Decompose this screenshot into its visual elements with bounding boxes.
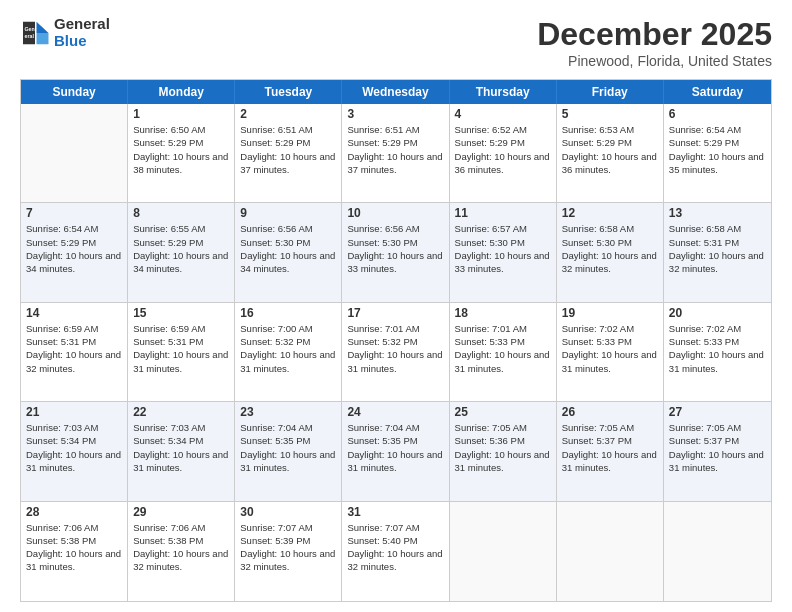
calendar-row: 14Sunrise: 6:59 AMSunset: 5:31 PMDayligh…	[21, 303, 771, 402]
calendar-cell: 15Sunrise: 6:59 AMSunset: 5:31 PMDayligh…	[128, 303, 235, 401]
calendar-cell: 2Sunrise: 6:51 AMSunset: 5:29 PMDaylight…	[235, 104, 342, 202]
day-number: 17	[347, 306, 443, 320]
calendar-cell: 7Sunrise: 6:54 AMSunset: 5:29 PMDaylight…	[21, 203, 128, 301]
day-number: 16	[240, 306, 336, 320]
calendar-cell: 9Sunrise: 6:56 AMSunset: 5:30 PMDaylight…	[235, 203, 342, 301]
day-info: Sunrise: 7:01 AMSunset: 5:32 PMDaylight:…	[347, 322, 443, 375]
day-number: 13	[669, 206, 766, 220]
title-area: December 2025 Pinewood, Florida, United …	[537, 16, 772, 69]
day-number: 4	[455, 107, 551, 121]
calendar-cell: 22Sunrise: 7:03 AMSunset: 5:34 PMDayligh…	[128, 402, 235, 500]
calendar-cell: 16Sunrise: 7:00 AMSunset: 5:32 PMDayligh…	[235, 303, 342, 401]
day-number: 10	[347, 206, 443, 220]
svg-marker-0	[37, 21, 49, 32]
day-number: 24	[347, 405, 443, 419]
day-info: Sunrise: 6:59 AMSunset: 5:31 PMDaylight:…	[133, 322, 229, 375]
calendar-cell: 12Sunrise: 6:58 AMSunset: 5:30 PMDayligh…	[557, 203, 664, 301]
day-number: 21	[26, 405, 122, 419]
logo: Gen eral General Blue	[20, 16, 110, 49]
calendar-cell: 5Sunrise: 6:53 AMSunset: 5:29 PMDaylight…	[557, 104, 664, 202]
day-number: 18	[455, 306, 551, 320]
day-number: 22	[133, 405, 229, 419]
day-info: Sunrise: 7:06 AMSunset: 5:38 PMDaylight:…	[133, 521, 229, 574]
day-info: Sunrise: 7:04 AMSunset: 5:35 PMDaylight:…	[240, 421, 336, 474]
header-day: Wednesday	[342, 80, 449, 104]
calendar-cell: 26Sunrise: 7:05 AMSunset: 5:37 PMDayligh…	[557, 402, 664, 500]
day-number: 6	[669, 107, 766, 121]
calendar-cell: 20Sunrise: 7:02 AMSunset: 5:33 PMDayligh…	[664, 303, 771, 401]
day-info: Sunrise: 6:55 AMSunset: 5:29 PMDaylight:…	[133, 222, 229, 275]
page: Gen eral General Blue December 2025 Pine…	[0, 0, 792, 612]
header-day: Friday	[557, 80, 664, 104]
logo-line2: Blue	[54, 33, 110, 50]
day-info: Sunrise: 7:07 AMSunset: 5:39 PMDaylight:…	[240, 521, 336, 574]
calendar-row: 28Sunrise: 7:06 AMSunset: 5:38 PMDayligh…	[21, 502, 771, 601]
calendar-cell: 3Sunrise: 6:51 AMSunset: 5:29 PMDaylight…	[342, 104, 449, 202]
day-info: Sunrise: 7:02 AMSunset: 5:33 PMDaylight:…	[669, 322, 766, 375]
day-number: 7	[26, 206, 122, 220]
calendar: SundayMondayTuesdayWednesdayThursdayFrid…	[20, 79, 772, 602]
day-info: Sunrise: 6:58 AMSunset: 5:31 PMDaylight:…	[669, 222, 766, 275]
calendar-cell: 13Sunrise: 6:58 AMSunset: 5:31 PMDayligh…	[664, 203, 771, 301]
calendar-cell: 30Sunrise: 7:07 AMSunset: 5:39 PMDayligh…	[235, 502, 342, 601]
day-info: Sunrise: 7:05 AMSunset: 5:37 PMDaylight:…	[669, 421, 766, 474]
day-number: 11	[455, 206, 551, 220]
calendar-cell: 21Sunrise: 7:03 AMSunset: 5:34 PMDayligh…	[21, 402, 128, 500]
day-info: Sunrise: 6:52 AMSunset: 5:29 PMDaylight:…	[455, 123, 551, 176]
day-number: 26	[562, 405, 658, 419]
day-info: Sunrise: 6:56 AMSunset: 5:30 PMDaylight:…	[347, 222, 443, 275]
calendar-cell: 4Sunrise: 6:52 AMSunset: 5:29 PMDaylight…	[450, 104, 557, 202]
header-day: Tuesday	[235, 80, 342, 104]
calendar-cell: 8Sunrise: 6:55 AMSunset: 5:29 PMDaylight…	[128, 203, 235, 301]
calendar-row: 21Sunrise: 7:03 AMSunset: 5:34 PMDayligh…	[21, 402, 771, 501]
day-info: Sunrise: 6:54 AMSunset: 5:29 PMDaylight:…	[26, 222, 122, 275]
calendar-cell: 11Sunrise: 6:57 AMSunset: 5:30 PMDayligh…	[450, 203, 557, 301]
day-number: 9	[240, 206, 336, 220]
calendar-cell: 25Sunrise: 7:05 AMSunset: 5:36 PMDayligh…	[450, 402, 557, 500]
day-info: Sunrise: 6:51 AMSunset: 5:29 PMDaylight:…	[347, 123, 443, 176]
calendar-cell: 1Sunrise: 6:50 AMSunset: 5:29 PMDaylight…	[128, 104, 235, 202]
day-number: 5	[562, 107, 658, 121]
day-number: 19	[562, 306, 658, 320]
calendar-cell: 29Sunrise: 7:06 AMSunset: 5:38 PMDayligh…	[128, 502, 235, 601]
day-info: Sunrise: 7:00 AMSunset: 5:32 PMDaylight:…	[240, 322, 336, 375]
calendar-cell	[450, 502, 557, 601]
calendar-row: 7Sunrise: 6:54 AMSunset: 5:29 PMDaylight…	[21, 203, 771, 302]
header-day: Monday	[128, 80, 235, 104]
day-info: Sunrise: 6:50 AMSunset: 5:29 PMDaylight:…	[133, 123, 229, 176]
svg-marker-1	[37, 33, 49, 44]
day-info: Sunrise: 7:02 AMSunset: 5:33 PMDaylight:…	[562, 322, 658, 375]
calendar-cell: 19Sunrise: 7:02 AMSunset: 5:33 PMDayligh…	[557, 303, 664, 401]
calendar-row: 1Sunrise: 6:50 AMSunset: 5:29 PMDaylight…	[21, 104, 771, 203]
calendar-cell: 18Sunrise: 7:01 AMSunset: 5:33 PMDayligh…	[450, 303, 557, 401]
calendar-cell: 28Sunrise: 7:06 AMSunset: 5:38 PMDayligh…	[21, 502, 128, 601]
day-info: Sunrise: 7:05 AMSunset: 5:36 PMDaylight:…	[455, 421, 551, 474]
header-day: Thursday	[450, 80, 557, 104]
day-info: Sunrise: 7:03 AMSunset: 5:34 PMDaylight:…	[133, 421, 229, 474]
day-number: 8	[133, 206, 229, 220]
svg-text:eral: eral	[25, 32, 35, 38]
main-title: December 2025	[537, 16, 772, 53]
logo-icon: Gen eral	[20, 18, 50, 48]
day-number: 25	[455, 405, 551, 419]
calendar-cell: 10Sunrise: 6:56 AMSunset: 5:30 PMDayligh…	[342, 203, 449, 301]
day-info: Sunrise: 7:03 AMSunset: 5:34 PMDaylight:…	[26, 421, 122, 474]
day-info: Sunrise: 6:59 AMSunset: 5:31 PMDaylight:…	[26, 322, 122, 375]
day-number: 14	[26, 306, 122, 320]
header-day: Saturday	[664, 80, 771, 104]
day-info: Sunrise: 6:56 AMSunset: 5:30 PMDaylight:…	[240, 222, 336, 275]
day-info: Sunrise: 7:04 AMSunset: 5:35 PMDaylight:…	[347, 421, 443, 474]
calendar-header: SundayMondayTuesdayWednesdayThursdayFrid…	[21, 80, 771, 104]
logo-line1: General	[54, 16, 110, 33]
day-number: 3	[347, 107, 443, 121]
day-info: Sunrise: 7:01 AMSunset: 5:33 PMDaylight:…	[455, 322, 551, 375]
day-number: 12	[562, 206, 658, 220]
calendar-cell: 27Sunrise: 7:05 AMSunset: 5:37 PMDayligh…	[664, 402, 771, 500]
day-number: 2	[240, 107, 336, 121]
day-number: 15	[133, 306, 229, 320]
calendar-cell: 23Sunrise: 7:04 AMSunset: 5:35 PMDayligh…	[235, 402, 342, 500]
day-number: 20	[669, 306, 766, 320]
day-info: Sunrise: 6:51 AMSunset: 5:29 PMDaylight:…	[240, 123, 336, 176]
day-number: 30	[240, 505, 336, 519]
day-number: 29	[133, 505, 229, 519]
